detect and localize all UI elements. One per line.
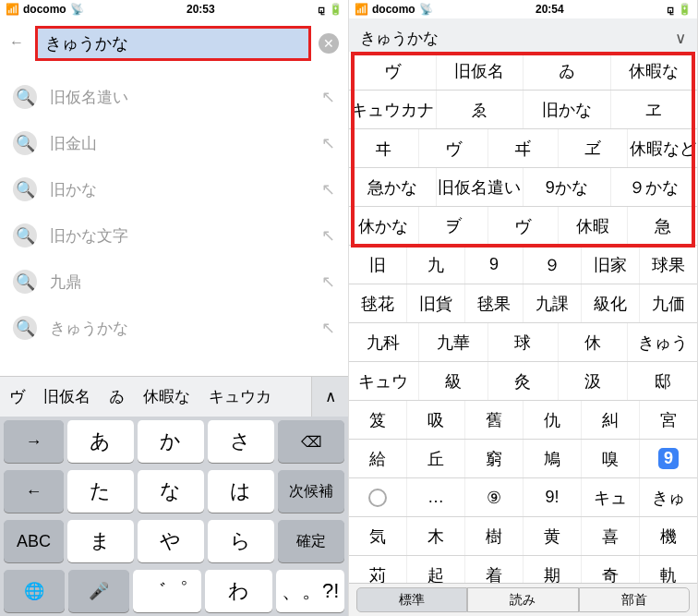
- candidate-cell[interactable]: きゅ: [640, 478, 697, 516]
- key-次候補[interactable]: 次候補: [278, 470, 344, 513]
- candidate-cell[interactable]: 舊: [465, 401, 524, 439]
- segment-部首[interactable]: 部首: [579, 587, 690, 612]
- key-⌫[interactable]: ⌫: [278, 420, 344, 463]
- candidate-cell[interactable]: …: [407, 478, 465, 516]
- candidate-cell[interactable]: 球: [488, 323, 559, 361]
- back-icon[interactable]: ←: [9, 34, 28, 53]
- key-あ[interactable]: あ: [67, 420, 134, 463]
- candidate-cell[interactable]: ９かな: [611, 168, 698, 206]
- candidate-cell[interactable]: 奇: [582, 556, 640, 583]
- insert-arrow-icon[interactable]: ↖: [321, 87, 335, 107]
- suggestion-item[interactable]: 🔍旧仮名遣い↖: [0, 74, 348, 120]
- key-わ[interactable]: わ: [205, 570, 273, 612]
- candidate-cell[interactable]: 9かな: [524, 168, 611, 206]
- candidate-cell[interactable]: ヸ: [488, 129, 559, 167]
- suggestion-item[interactable]: 🔍きゅうかな↖: [0, 305, 348, 351]
- candidate-cell[interactable]: ヹ: [559, 129, 629, 167]
- key-ら[interactable]: ら: [208, 520, 274, 562]
- key-🎤[interactable]: 🎤: [68, 570, 129, 612]
- candidate-cell[interactable]: 灸: [488, 362, 559, 400]
- candidate-cell[interactable]: 九: [407, 246, 465, 284]
- candidate-cell[interactable]: [349, 478, 407, 516]
- candidate-cell[interactable]: ヴ: [349, 52, 437, 90]
- candidate-cell[interactable]: 汲: [559, 362, 629, 400]
- candidate-cell[interactable]: ヴ: [419, 129, 489, 167]
- insert-arrow-icon[interactable]: ↖: [321, 318, 335, 338]
- candidate-cell[interactable]: ゑ: [437, 91, 524, 128]
- insert-arrow-icon[interactable]: ↖: [321, 225, 335, 246]
- candidate-cell[interactable]: 9!: [524, 478, 582, 516]
- candidate-cell[interactable]: 期: [524, 556, 582, 583]
- candidate-cell[interactable]: 級化: [582, 284, 640, 322]
- key-確定[interactable]: 確定: [278, 520, 344, 562]
- candidate-cell[interactable]: 苅: [349, 556, 407, 583]
- candidate-cell[interactable]: 給: [349, 440, 407, 477]
- candidate-cell[interactable]: キュ: [582, 478, 640, 516]
- candidate-cell[interactable]: 黄: [524, 517, 582, 555]
- key-←[interactable]: ←: [4, 470, 64, 513]
- candidate-item[interactable]: 旧仮名: [34, 386, 100, 407]
- candidate-cell[interactable]: 9: [640, 440, 697, 477]
- candidate-cell[interactable]: 休暇: [559, 207, 629, 245]
- candidate-cell[interactable]: ゐ: [524, 52, 611, 90]
- candidate-cell[interactable]: 九課: [524, 284, 582, 322]
- key-な[interactable]: な: [138, 470, 204, 513]
- candidate-cell[interactable]: キュウカナ: [349, 91, 437, 128]
- key-ま[interactable]: ま: [67, 520, 134, 562]
- candidate-cell[interactable]: 休かな: [349, 207, 419, 245]
- candidate-cell[interactable]: 毬果: [465, 284, 524, 322]
- candidate-cell[interactable]: 9: [465, 246, 524, 284]
- key-た[interactable]: た: [67, 470, 134, 513]
- key-や[interactable]: や: [138, 520, 204, 562]
- key-は[interactable]: は: [208, 470, 274, 513]
- candidate-cell[interactable]: 九科: [349, 323, 419, 361]
- candidate-cell[interactable]: 窮: [465, 440, 524, 477]
- key-ABC[interactable]: ABC: [4, 520, 64, 562]
- candidate-item[interactable]: 休暇な: [134, 386, 199, 407]
- candidate-cell[interactable]: 喜: [582, 517, 640, 555]
- candidate-cell[interactable]: 旧かな: [524, 91, 611, 128]
- candidate-cell[interactable]: 笈: [349, 401, 407, 439]
- candidate-cell[interactable]: 球果: [640, 246, 697, 284]
- candidate-cell[interactable]: 気: [349, 517, 407, 555]
- candidate-cell[interactable]: 休: [559, 323, 629, 361]
- candidate-cell[interactable]: 休暇など: [628, 129, 697, 167]
- candidate-cell[interactable]: 軌: [640, 556, 697, 583]
- candidate-cell[interactable]: ヱ: [611, 91, 698, 128]
- candidate-cell[interactable]: 宮: [640, 401, 697, 439]
- suggestion-item[interactable]: 🔍旧かな文字↖: [0, 212, 348, 259]
- candidate-cell[interactable]: 級: [419, 362, 489, 400]
- candidate-cell[interactable]: 起: [407, 556, 465, 583]
- candidate-item[interactable]: ゐ: [100, 386, 134, 407]
- suggestion-item[interactable]: 🔍旧金山↖: [0, 120, 348, 166]
- candidate-cell[interactable]: 鳩: [524, 440, 582, 477]
- key-、。?![interactable]: 、。?!: [276, 570, 344, 612]
- candidate-cell[interactable]: 九華: [419, 323, 489, 361]
- candidate-cell[interactable]: 旧貨: [407, 284, 465, 322]
- candidate-cell[interactable]: ⑨: [465, 478, 524, 516]
- segment-読み[interactable]: 読み: [467, 587, 578, 612]
- candidate-cell[interactable]: 着: [465, 556, 524, 583]
- key-か[interactable]: か: [138, 420, 204, 463]
- candidate-cell[interactable]: 毬花: [349, 284, 407, 322]
- insert-arrow-icon[interactable]: ↖: [321, 179, 335, 199]
- candidate-cell[interactable]: 樹: [465, 517, 524, 555]
- insert-arrow-icon[interactable]: ↖: [321, 272, 335, 292]
- key-゛゜[interactable]: ゛゜: [133, 570, 201, 612]
- collapse-icon[interactable]: ∨: [675, 29, 686, 48]
- candidate-cell[interactable]: 旧家: [582, 246, 640, 284]
- suggestion-item[interactable]: 🔍九鼎↖: [0, 259, 348, 305]
- candidate-cell[interactable]: 急: [628, 207, 697, 245]
- candidate-cell[interactable]: 吸: [407, 401, 465, 439]
- candidate-cell[interactable]: 糾: [582, 401, 640, 439]
- insert-arrow-icon[interactable]: ↖: [321, 133, 335, 153]
- candidate-cell[interactable]: 邸: [628, 362, 697, 400]
- key-さ[interactable]: さ: [208, 420, 274, 463]
- candidate-cell[interactable]: 木: [407, 517, 465, 555]
- segment-標準[interactable]: 標準: [356, 587, 467, 612]
- candidate-cell[interactable]: 仇: [524, 401, 582, 439]
- candidate-cell[interactable]: 嗅: [582, 440, 640, 477]
- candidate-cell[interactable]: 九価: [640, 284, 697, 322]
- candidate-cell[interactable]: 旧仮名: [437, 52, 524, 90]
- key-→[interactable]: →: [4, 420, 64, 463]
